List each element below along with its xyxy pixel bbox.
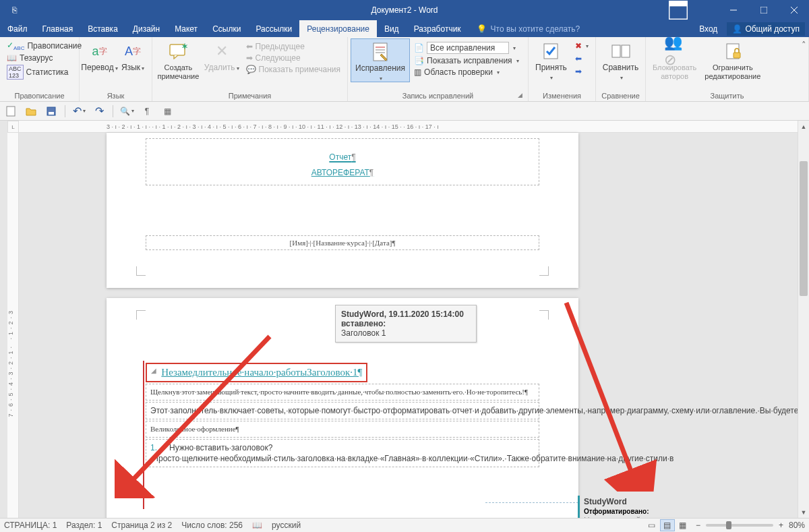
revision-tooltip: StudyWord, 19.11.2020 15:14:00 вставлено…	[335, 305, 477, 343]
crop-mark-icon	[136, 310, 146, 320]
show-markup-label: Показать исправления	[427, 56, 512, 65]
vertical-scrollbar[interactable]: ▲ ▼	[798, 121, 809, 518]
body-paragraph[interactable]: 1. → Нужно·вставить·заголовок?·Просто·ще…	[146, 439, 539, 467]
status-page[interactable]: СТРАНИЦА: 1	[4, 521, 57, 530]
tab-mailings[interactable]: Рассылки	[248, 20, 299, 37]
tracking-dialog-launcher[interactable]: ◢	[518, 92, 526, 100]
web-layout-button[interactable]: ▦	[676, 519, 690, 531]
show-comments-icon: 💬	[246, 65, 256, 74]
share-button[interactable]: 👤 Общий доступ	[727, 22, 805, 36]
tab-developer[interactable]: Разработчик	[407, 20, 469, 37]
redo-button[interactable]: ↷	[92, 105, 106, 118]
tab-view[interactable]: Вид	[377, 20, 407, 37]
doc-subtitle[interactable]: АВТОРЕФЕРАТ¶	[146, 167, 539, 178]
ribbon-options-icon[interactable]	[669, 0, 688, 20]
inserted-text[interactable]: Заголовок·1¶	[307, 367, 362, 378]
heading-text[interactable]: Незамедлительное·начало·работы	[161, 367, 307, 378]
body-paragraph[interactable]: Этот·заполнитель·включает·советы,·которы…	[146, 402, 539, 419]
document-area: L 3 · ı · 2 · ı · 1 · ı · · ı · 1 · ı · …	[0, 121, 809, 518]
horizontal-ruler[interactable]: 3 · ı · 2 · ı · 1 · ı · · ı · 1 · ı · 2 …	[19, 121, 798, 133]
read-mode-button[interactable]: ▭	[645, 519, 659, 531]
scroll-down-icon[interactable]: ▼	[798, 506, 809, 518]
next-icon: ➡	[246, 53, 253, 63]
tab-review[interactable]: Рецензирование	[299, 20, 377, 37]
maximize-button[interactable]	[748, 0, 779, 20]
ribbon-tabs: Файл Главная Вставка Дизайн Макет Ссылки…	[0, 20, 809, 37]
tab-design[interactable]: Дизайн	[125, 20, 167, 37]
toggle-marks-button[interactable]: ¶	[140, 105, 154, 118]
new-comment-icon: ✶	[167, 40, 189, 62]
restrict-editing-button[interactable]: Ограничить редактирование	[700, 38, 765, 80]
undo-button[interactable]: ↶▾	[72, 105, 86, 118]
view-buttons: ▭ ▤ ▦	[645, 519, 690, 531]
compare-button[interactable]: Сравнить▾	[599, 38, 642, 81]
new-doc-button[interactable]	[4, 105, 18, 118]
doc-title[interactable]: Отчет¶	[146, 144, 539, 165]
zoom-out-button[interactable]: −	[696, 521, 700, 530]
tab-references[interactable]: Ссылки	[205, 20, 248, 37]
person-icon: 👤	[732, 24, 742, 34]
vertical-ruler[interactable]: 7·6·5·4·3·2·1· ·1·2·3	[7, 133, 19, 518]
page-1[interactable]: Отчет¶ АВТОРЕФЕРАТ¶ [Имя]·|·[Название·ку…	[107, 133, 578, 288]
delete-comment-icon: ✕	[211, 40, 233, 62]
status-page-of[interactable]: Страница 2 из 2	[111, 521, 172, 530]
thesaurus-button[interactable]: 📖Тезаурус	[5, 53, 84, 63]
open-button[interactable]	[24, 105, 38, 118]
scroll-up-icon[interactable]: ▲	[798, 121, 809, 132]
reject-button[interactable]: ✖▾	[573, 40, 591, 51]
translate-button[interactable]: a字 Перевод▾	[82, 38, 117, 73]
zoom-slider[interactable]	[706, 524, 773, 527]
minimize-button[interactable]	[718, 0, 748, 20]
zoom-level[interactable]: 80%	[789, 521, 805, 530]
display-for-review-dropdown[interactable]: 📄Все исправления▾	[412, 41, 521, 55]
word-count-button[interactable]: ABC123Статистика	[5, 64, 84, 80]
tab-home[interactable]: Главная	[35, 20, 81, 37]
status-section[interactable]: Раздел: 1	[66, 521, 102, 530]
close-button[interactable]	[779, 0, 809, 20]
table-button[interactable]: ▦	[160, 105, 174, 118]
body-paragraph[interactable]: Щелкнув·этот·замещающий·текст,·просто·на…	[146, 384, 539, 401]
ruler-corner[interactable]: L	[7, 121, 19, 133]
group-language: a字 Перевод▾ A字 Язык▾ Язык	[80, 37, 152, 101]
tell-me-search[interactable]: 💡 Что вы хотите сделать?	[469, 20, 580, 37]
language-label: Язык	[121, 63, 140, 72]
status-word-count[interactable]: Число слов: 256	[181, 521, 243, 530]
print-layout-button[interactable]: ▤	[660, 519, 675, 531]
change-bar[interactable]	[143, 361, 144, 509]
title-placeholder[interactable]: Отчет¶ АВТОРЕФЕРАТ¶	[146, 138, 539, 185]
autosave-icon[interactable]: ⎘	[5, 5, 23, 15]
collapse-heading-icon[interactable]: ◢	[151, 367, 156, 374]
track-changes-button[interactable]: Исправления▾	[351, 38, 410, 82]
next-change-button[interactable]: ➡	[573, 66, 591, 77]
revision-callout[interactable]: StudyWord Отформатировано: Нумерованный …	[578, 496, 686, 518]
new-comment-label: Создать примечание	[158, 63, 200, 80]
tab-layout[interactable]: Макет	[167, 20, 205, 37]
svg-rect-3	[760, 7, 767, 13]
reviewing-pane-button[interactable]: ▥Область проверки▾	[412, 67, 521, 78]
new-comment-button[interactable]: ✶ Создать примечание	[155, 38, 202, 80]
tab-insert[interactable]: Вставка	[80, 20, 125, 37]
print-preview-button[interactable]: 🔍▾	[120, 105, 133, 118]
group-language-label: Язык	[82, 90, 149, 101]
group-protect-label: Защитить	[649, 90, 806, 101]
group-tracking-label: Запись исправлений	[351, 90, 525, 101]
status-proofing-icon[interactable]: 📖	[252, 521, 262, 530]
reviewing-pane-label: Область проверки	[424, 67, 493, 77]
collapse-ribbon-button[interactable]: ˄	[802, 40, 806, 50]
meta-placeholder[interactable]: [Имя]·|·[Название·курса]·|·[Дата]¶	[146, 235, 539, 250]
body-paragraph[interactable]: Великолепное·оформление¶	[146, 421, 539, 438]
accept-button[interactable]: Принять▾	[531, 38, 571, 81]
spelling-button[interactable]: ✓ABCПравописание	[5, 40, 84, 52]
svg-rect-14	[622, 45, 630, 57]
accept-label: Принять	[535, 63, 567, 72]
save-button[interactable]	[44, 105, 58, 118]
status-language[interactable]: русский	[272, 521, 301, 530]
scroll-thumb[interactable]	[800, 161, 808, 296]
tab-file[interactable]: Файл	[0, 20, 35, 37]
show-markup-button[interactable]: 📑Показать исправления▾	[412, 55, 521, 66]
zoom-in-button[interactable]: +	[779, 521, 783, 530]
prev-change-button[interactable]: ⬅	[573, 53, 591, 64]
language-button[interactable]: A字 Язык▾	[117, 38, 149, 73]
zoom-knob[interactable]	[726, 521, 731, 529]
signin-link[interactable]: Вход	[694, 24, 723, 34]
